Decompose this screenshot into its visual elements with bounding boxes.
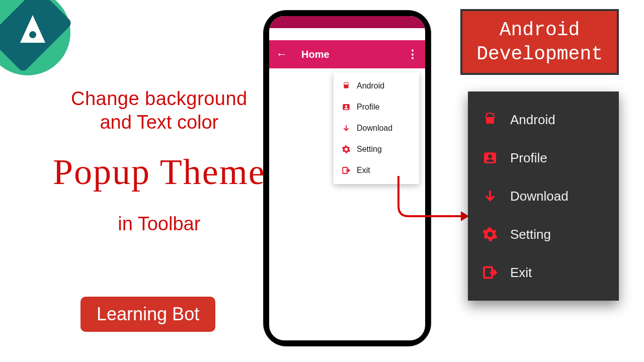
svg-point-4: [345, 105, 348, 108]
menu-item-android[interactable]: Android: [468, 101, 619, 139]
svg-point-8: [488, 115, 489, 116]
phone-mock: ← Home ⋮ Android Profile: [264, 11, 430, 345]
toolbar-title: Home: [301, 49, 407, 60]
arrow-down-icon: [342, 124, 351, 133]
app-toolbar: ← Home ⋮: [269, 40, 425, 68]
svg-point-2: [347, 83, 348, 84]
headline-line1: Change background: [53, 88, 266, 110]
arrow-down-icon: [482, 188, 498, 204]
menu-item-label: Profile: [357, 103, 379, 112]
menu-item-label: Profile: [510, 150, 547, 166]
menu-item-download[interactable]: Download: [334, 118, 419, 139]
phone-screen: ← Home ⋮ Android Profile: [269, 16, 425, 340]
banner-line1: Android: [476, 18, 603, 42]
headline-line4: in Toolbar: [53, 213, 266, 235]
headline-block: Change background and Text color Popup T…: [53, 88, 266, 235]
menu-item-label: Download: [510, 189, 569, 204]
banner-line2: Development: [476, 42, 603, 66]
menu-item-exit[interactable]: Exit: [468, 253, 619, 292]
exit-icon: [482, 264, 498, 281]
menu-item-label: Exit: [510, 265, 532, 281]
svg-rect-7: [486, 118, 494, 124]
menu-item-android[interactable]: Android: [334, 75, 419, 97]
menu-item-download[interactable]: Download: [468, 177, 619, 215]
svg-point-11: [488, 154, 492, 158]
menu-item-exit[interactable]: Exit: [334, 160, 419, 181]
overflow-menu-icon[interactable]: ⋮: [407, 48, 418, 61]
user-card-icon: [342, 103, 351, 112]
gear-icon: [342, 145, 351, 154]
android-robot-icon: [342, 81, 351, 90]
svg-point-1: [345, 83, 345, 84]
menu-item-profile[interactable]: Profile: [334, 97, 419, 118]
headline-line2: and Text color: [53, 112, 266, 133]
status-bar: [269, 16, 425, 28]
category-banner: Android Development: [460, 9, 619, 75]
menu-item-label: Android: [510, 112, 555, 128]
user-card-icon: [482, 150, 498, 166]
popup-menu-dark: Android Profile Download Setting Exit: [468, 92, 619, 301]
menu-item-label: Setting: [510, 227, 551, 242]
menu-item-label: Setting: [357, 145, 382, 154]
exit-icon: [342, 166, 351, 175]
gear-icon: [482, 226, 498, 242]
menu-item-label: Download: [357, 124, 392, 133]
channel-badge: Learning Bot: [80, 297, 215, 332]
menu-item-setting[interactable]: Setting: [468, 215, 619, 253]
android-robot-icon: [482, 112, 498, 128]
back-arrow-icon[interactable]: ←: [276, 48, 287, 61]
android-studio-logo: [0, 0, 86, 90]
svg-rect-0: [344, 85, 349, 88]
menu-item-label: Exit: [357, 166, 370, 175]
svg-point-9: [492, 115, 493, 116]
popup-menu-light: Android Profile Download: [334, 72, 419, 184]
headline-main: Popup Theme: [53, 151, 266, 193]
menu-item-label: Android: [357, 81, 384, 90]
menu-item-profile[interactable]: Profile: [468, 139, 619, 177]
menu-item-setting[interactable]: Setting: [334, 139, 419, 160]
